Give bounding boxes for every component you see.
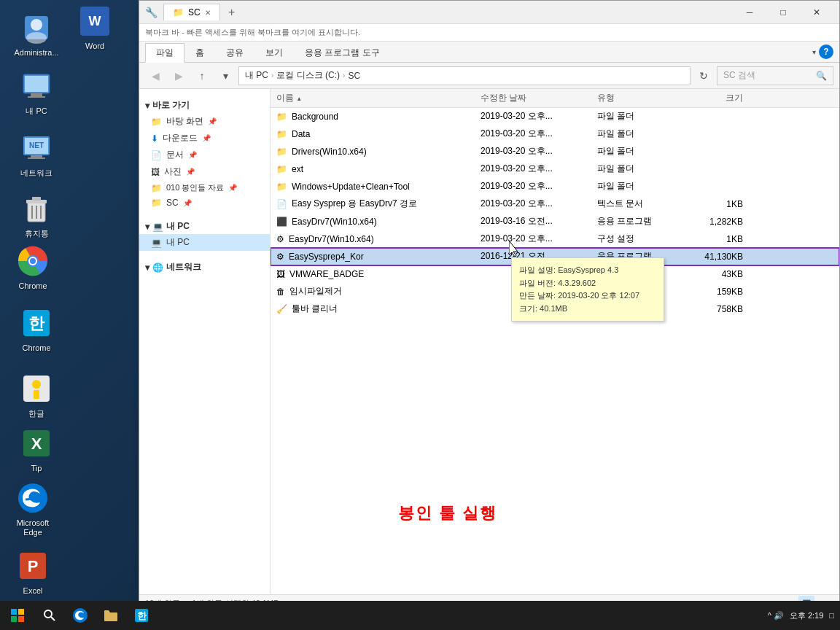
mypc-selected-icon: 💻 [151, 238, 162, 248]
svg-point-26 [32, 380, 41, 389]
taskbar-edge[interactable] [66, 601, 95, 630]
start-button[interactable] [0, 601, 35, 630]
010-folder-icon: 📁 [151, 183, 162, 193]
address-part-folder[interactable]: SC [348, 71, 360, 81]
sc-label: SC [166, 198, 179, 208]
svg-rect-36 [18, 616, 24, 622]
exe-icon-toolbar: 🧹 [276, 304, 287, 314]
sidebar-item-desktop[interactable]: 📁 바탕 화면 📌 [139, 113, 270, 130]
sidebar-item-010[interactable]: 📁 010 봉인들 자료 📌 [139, 180, 270, 195]
file-row-data[interactable]: 📁 Data 2019-03-20 오후... 파일 폴더 [271, 125, 839, 143]
file-row-easydrv7-cfg[interactable]: ⚙ EasyDrv7(Win10.x64) 2019-03-20 오후... 구… [271, 230, 839, 248]
desktop-icon-recycle[interactable]: 휴지통 [7, 188, 66, 241]
sidebar-section-network: ▾ 🌐 네트워크 [139, 257, 270, 275]
folder-icon-ext: 📁 [276, 164, 287, 174]
explorer-window: 🔧 📁 SC ✕ + ─ □ ✕ 북마크 바 - 빠른 액세스를 위해 북마크를… [139, 0, 840, 612]
sc-folder-icon: 📁 [151, 198, 162, 208]
taskbar-tray-icons: ^ 🔊 [768, 611, 784, 621]
desktop-icon-my-pc[interactable]: 내 PC [7, 66, 66, 119]
size-easysynsprep: 41,130KB [685, 252, 743, 262]
edge-label: MicrosoftEdge [17, 518, 50, 537]
file-row-easydrv-path[interactable]: 📄 Easy Sysprep 용 EasyDrv7 경로 2019-03-20 … [271, 195, 839, 213]
forward-button[interactable]: ▶ [168, 66, 189, 86]
sidebar-item-sc[interactable]: 📁 SC 📌 [139, 195, 270, 210]
filename-ext: ext [292, 164, 303, 174]
search-icon[interactable]: 🔍 [816, 71, 827, 81]
back-button[interactable]: ◀ [145, 66, 166, 86]
col-header-name[interactable]: 이름 ▲ [276, 92, 481, 104]
taskbar-folder[interactable] [96, 601, 125, 630]
desktop-icon-hangeul[interactable]: 한 Chrome [7, 303, 66, 356]
desktop-icon-edge[interactable]: MicrosoftEdge [4, 478, 62, 540]
search-box[interactable]: SC 검색 🔍 [717, 66, 833, 85]
exe-icon-easysynsprep: ⚙ [276, 252, 284, 262]
date-easydrv-path: 2019-03-20 오후... [481, 198, 597, 210]
desktop-icon-network[interactable]: NET 네트워크 [7, 128, 66, 181]
notification-icon[interactable]: □ [829, 611, 834, 620]
ribbon-tab-view[interactable]: 보기 [254, 43, 294, 62]
type-easydrv7-exe: 응용 프로그램 [597, 215, 685, 228]
desktop-icon-word[interactable]: W Word [66, 1, 124, 54]
exe-icon-easydrv7: ⬛ [276, 217, 287, 227]
file-row-background[interactable]: 📁 Background 2019-03-20 오후... 파일 폴더 [271, 108, 839, 125]
address-part-drive[interactable]: 로컬 디스크 (C:) [276, 69, 340, 82]
sidebar-item-documents[interactable]: 📄 문서 📌 [139, 147, 270, 163]
excel-icon: X [19, 426, 54, 461]
sidebar-item-downloads[interactable]: ⬇ 다운로드 📌 [139, 130, 270, 147]
ribbon-collapse-icon[interactable]: ▾ [812, 48, 816, 56]
my-pc-label: 내 PC [26, 106, 47, 116]
file-row-easydrv7-exe[interactable]: ⬛ EasyDrv7(Win10.x64) 2019-03-16 오전... 응… [271, 213, 839, 230]
pin-icon-pictures: 📌 [186, 168, 195, 176]
collapse-mypc-icon[interactable]: ▾ [145, 222, 149, 232]
file-row-windows-update[interactable]: 📁 Windows+Update+Clean+Tool 2019-03-20 오… [271, 178, 839, 195]
sidebar-item-mypc-selected[interactable]: 💻 내 PC [139, 234, 270, 251]
minimize-button[interactable]: ─ [733, 1, 766, 24]
collapse-network-icon[interactable]: ▾ [145, 262, 149, 273]
desktop-icon-tip[interactable]: 한글 [7, 368, 66, 421]
desktop-icon-powerpoint[interactable]: P Excel [4, 545, 62, 599]
file-row-drivers[interactable]: 📁 Drivers(Win10.x64) 2019-03-20 오후... 파일… [271, 143, 839, 160]
address-part-pc[interactable]: 내 PC [245, 69, 268, 82]
txt-icon-easydrv-path: 📄 [276, 199, 287, 209]
desktop-icon-administrator[interactable]: Administra... [7, 7, 66, 61]
address-bar[interactable]: 내 PC › 로컬 디스크 (C:) › SC [238, 66, 691, 85]
collapse-shortcuts-icon[interactable]: ▾ [145, 101, 149, 111]
ribbon-tab-home[interactable]: 홈 [184, 43, 215, 62]
svg-rect-5 [31, 93, 42, 96]
date-drivers: 2019-03-20 오후... [481, 145, 597, 158]
sidebar-section-mypc: ▾ 💻 내 PC [139, 216, 270, 234]
tab-close-button[interactable]: ✕ [205, 9, 211, 17]
svg-rect-27 [34, 390, 39, 399]
col-header-type[interactable]: 유형 [597, 92, 685, 104]
bmp-icon-vmware: 🖼 [276, 269, 285, 279]
folder-icon-data: 📁 [276, 129, 287, 139]
taskbar: 한 ^ 🔊 오후 2:19 □ [0, 601, 840, 630]
ribbon-help-icon[interactable]: ? [819, 44, 833, 59]
svg-text:한: 한 [28, 314, 45, 332]
taskbar-search[interactable] [35, 601, 64, 630]
desktop-icon-chrome[interactable]: Chrome [4, 241, 62, 294]
sidebar: ▾ 바로 가기 📁 바탕 화면 📌 ⬇ 다운로드 📌 📄 문서 📌 [139, 89, 271, 594]
desktop-icon-excel[interactable]: X Tip [7, 423, 66, 476]
file-list: 이름 ▲ 수정한 날짜 유형 크기 📁 Background 2019-03-2… [271, 89, 839, 594]
maximize-button[interactable]: □ [766, 1, 800, 24]
refresh-button[interactable]: ↻ [693, 66, 714, 86]
ribbon-tab-share[interactable]: 공유 [215, 43, 254, 62]
file-row-ext[interactable]: 📁 ext 2019-03-20 오후... 파일 폴더 [271, 160, 839, 178]
col-header-date[interactable]: 수정한 날짜 [481, 92, 597, 104]
010-label: 010 봉인들 자료 [166, 182, 224, 193]
ribbon-tab-file[interactable]: 파일 [145, 43, 184, 63]
sidebar-item-pictures[interactable]: 🖼 사진 📌 [139, 163, 270, 180]
chrome-icon [15, 244, 50, 279]
add-tab-button[interactable]: + [223, 4, 241, 21]
col-header-size[interactable]: 크기 [685, 92, 743, 104]
taskbar-hangeul[interactable]: 한 [127, 601, 156, 630]
pin-icon-documents: 📌 [188, 151, 197, 159]
up-button[interactable]: ↑ [192, 66, 212, 86]
folder-icon-background: 📁 [276, 112, 287, 122]
folder-icon-windows-update: 📁 [276, 182, 287, 192]
recent-button[interactable]: ▾ [215, 66, 236, 86]
ribbon-tab-app-tools[interactable]: 응용 프로그램 도구 [294, 43, 391, 62]
close-button[interactable]: ✕ [800, 1, 833, 24]
title-tab-sc[interactable]: 📁 SC ✕ [163, 4, 220, 20]
